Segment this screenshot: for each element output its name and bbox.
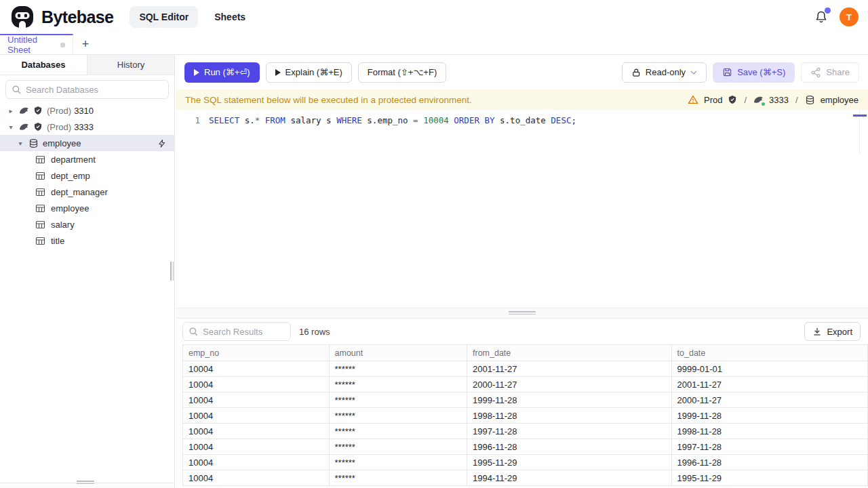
table-row[interactable]: 10004******2000-11-272001-11-27 [183,377,868,392]
bytebase-logo[interactable]: Bytebase [9,4,113,30]
chevron-down-icon [690,70,697,75]
table-name: department [51,155,96,165]
header-right: T [814,7,859,26]
share-button[interactable]: Share [801,62,859,83]
share-icon [810,67,821,78]
sheet-tabbar: Untitled Sheet + [0,34,868,55]
table-name: dept_emp [51,171,90,181]
caret-down-icon[interactable]: ▾ [7,123,15,131]
column-header-emp_no[interactable]: emp_no [183,345,330,361]
instance-label: (Prod)3333 [47,122,94,132]
table-row[interactable]: 10004******1995-11-291996-11-28 [183,455,868,470]
database-item-employee[interactable]: ▾ employee [0,135,174,151]
table-icon [35,155,45,165]
caret-right-icon[interactable]: ▸ [7,107,15,115]
warning-icon [688,94,698,105]
results-panel: 16 rows Export emp_noamountfrom_dateto_d… [176,319,868,488]
sidebar-bottom-resize-handle[interactable] [77,481,94,485]
sql-line-1: 1 SELECT s.* FROM salary s WHERE s.emp_n… [176,114,857,127]
database-search[interactable] [5,80,169,99]
toolbar-right: Read-only Save (⌘+S) [622,62,859,83]
caret-down-icon[interactable]: ▾ [16,140,24,147]
sql-editor[interactable]: 1 SELECT s.* FROM salary s WHERE s.emp_n… [176,110,868,308]
nav-sheets[interactable]: Sheets [205,6,255,28]
sidebar: Databases History ▸ (Pr [0,55,175,488]
connection-breadcrumb: Prod / 3333 / [688,94,859,105]
unsaved-indicator [60,43,65,47]
tab-databases[interactable]: Databases [0,55,87,75]
results-search[interactable] [182,322,291,341]
mysql-icon [753,95,764,105]
sheet-tab-untitled[interactable]: Untitled Sheet [0,34,73,54]
sidebar-table-item-title[interactable]: title [0,232,174,249]
search-icon [189,327,198,336]
column-header-from_date[interactable]: from_date [467,345,672,361]
table-name: salary [51,220,75,230]
search-databases-input[interactable] [26,85,163,95]
sidebar-table-item-dept_manager[interactable]: dept_manager [0,184,174,200]
results-body: 10004******2001-11-279999-01-0110004****… [183,361,868,486]
search-results-input[interactable] [203,327,285,337]
results-toolbar: 16 rows Export [176,321,868,342]
database-tree: ▸ (Prod)3310 ▾ [0,102,174,249]
column-header-amount[interactable]: amount [329,345,467,361]
play-icon [194,69,199,76]
table-icon [35,220,45,230]
notifications-button[interactable] [814,10,828,24]
results-header-row: emp_noamountfrom_dateto_date [183,345,868,361]
shield-icon [33,122,43,131]
sidebar-table-item-dept_emp[interactable]: dept_emp [0,167,174,184]
row-count: 16 rows [299,327,330,337]
database-name: employee [43,138,81,148]
database-label[interactable]: employee [821,95,859,105]
explain-button[interactable]: Explain (⌘+E) [266,62,352,83]
instance-label: (Prod)3310 [47,106,94,116]
nav-sql-editor[interactable]: SQL Editor [130,6,198,28]
table-row[interactable]: 10004******1997-11-281998-11-28 [183,424,868,439]
lock-icon [631,68,641,77]
sidebar-table-list: departmentdept_empdept_manageremployeesa… [0,151,174,249]
tab-history[interactable]: History [87,55,174,75]
table-icon [35,203,45,214]
overview-ruler-mark [853,115,867,117]
play-icon [275,69,281,76]
instance-prod-3333[interactable]: ▾ (Prod)3333 [0,119,174,135]
avatar[interactable]: T [840,7,859,26]
format-button[interactable]: Format (⇧+⌥+F) [358,62,446,83]
table-row[interactable]: 10004******1998-11-281999-11-28 [183,408,868,424]
export-button[interactable]: Export [804,322,861,341]
sidebar-table-item-employee[interactable]: employee [0,200,174,216]
environment-label[interactable]: Prod [704,95,722,105]
table-icon [35,236,45,246]
plus-icon: + [82,37,90,52]
table-row[interactable]: 10004******2001-11-279999-01-01 [183,361,868,377]
table-row[interactable]: 10004******1996-11-281997-11-28 [183,439,868,455]
sidebar-table-item-salary[interactable]: salary [0,216,174,232]
instance-label[interactable]: 3333 [769,95,789,105]
sidebar-table-item-department[interactable]: department [0,151,174,167]
protected-env-banner: The SQL statement below will be executed… [176,89,868,110]
download-icon [812,327,822,336]
readonly-mode-button[interactable]: Read-only [622,62,707,83]
bytebase-logo-icon [9,4,35,30]
run-button[interactable]: Run (⌘+⏎) [184,62,260,83]
results-table: emp_noamountfrom_dateto_date 10004******… [182,344,868,486]
banner-message: The SQL statement below will be executed… [185,95,472,105]
main-panel: Run (⌘+⏎) Explain (⌘+E) Format (⇧+⌥+F) R… [176,55,868,488]
column-header-to_date[interactable]: to_date [671,345,867,361]
table-name: title [51,236,64,246]
breadcrumb-separator: / [743,95,748,105]
panel-splitter[interactable] [176,308,868,319]
sidebar-resize-handle[interactable] [170,262,174,281]
instance-prod-3310[interactable]: ▸ (Prod)3310 [0,102,174,119]
save-button[interactable]: Save (⌘+S) [713,62,795,83]
splitter-handle-icon [509,311,536,316]
table-row[interactable]: 10004******1994-11-291995-11-29 [183,470,868,486]
bolt-icon[interactable] [157,139,166,148]
breadcrumb-separator: / [794,95,800,105]
new-sheet-button[interactable]: + [73,34,98,54]
save-icon [722,67,732,77]
sql-code-line: SELECT s.* FROM salary s WHERE s.emp_no … [200,114,576,127]
table-row[interactable]: 10004******1999-11-282000-11-27 [183,392,868,408]
notification-badge [825,7,831,14]
